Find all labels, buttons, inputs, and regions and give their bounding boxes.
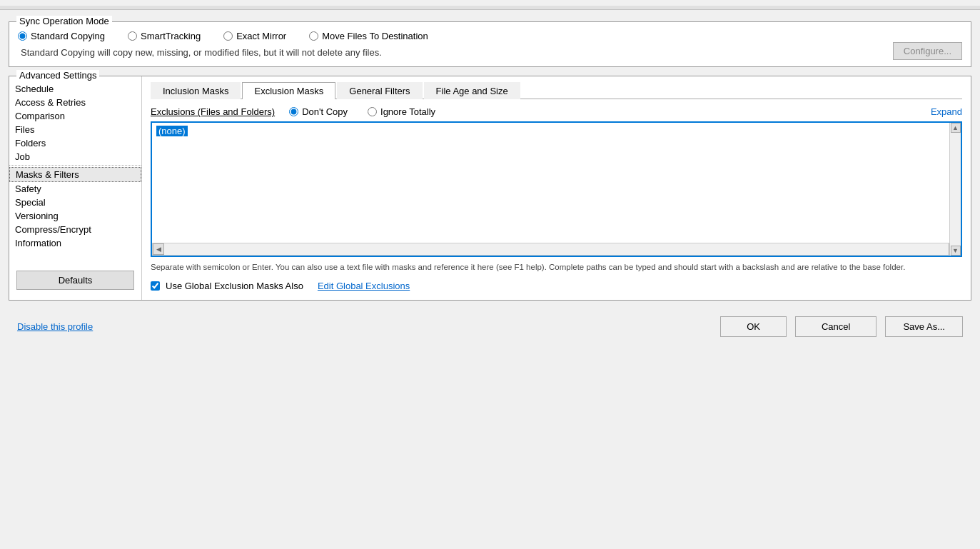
exclusions-hint: Separate with semicolon or Enter. You ca…	[151, 261, 962, 273]
exclusions-label: Exclusions (Files and Folders)	[151, 106, 275, 117]
sidebar-item-versioning[interactable]: Versioning	[9, 209, 141, 223]
hscroll-track	[164, 243, 949, 255]
advanced-settings-group: Advanced Settings Schedule Access & Retr…	[9, 76, 971, 301]
global-exclusions-row: Use Global Exclusion Masks Also Edit Glo…	[151, 281, 962, 291]
sidebar-item-compress-encrypt[interactable]: Compress/Encrypt	[9, 223, 141, 236]
sync-description: Standard Copying will copy new, missing,…	[21, 47, 962, 58]
cancel-button[interactable]: Cancel	[795, 316, 877, 337]
right-panel: Inclusion Masks Exclusion Masks General …	[142, 76, 971, 300]
sidebar-item-access-retries[interactable]: Access & Retries	[9, 96, 141, 109]
tab-exclusion-masks[interactable]: Exclusion Masks	[242, 82, 335, 99]
sync-mode-group: Sync Operation Mode Standard Copying Sma…	[9, 21, 971, 67]
use-global-label: Use Global Exclusion Masks Also	[166, 281, 303, 291]
tab-file-age-size[interactable]: File Age and Size	[424, 82, 520, 99]
option-move-files[interactable]: Move Files To Destination	[309, 31, 428, 41]
horizontal-scrollbar[interactable]: ◀ ▶	[152, 243, 961, 256]
tab-inclusion-masks[interactable]: Inclusion Masks	[151, 82, 241, 99]
bottom-bar: Disable this profile OK Cancel Save As..…	[9, 309, 971, 343]
expand-link[interactable]: Expand	[931, 106, 962, 117]
defaults-button[interactable]: Defaults	[16, 271, 134, 290]
tabs-row: Inclusion Masks Exclusion Masks General …	[151, 82, 962, 99]
scroll-left-arrow[interactable]: ◀	[153, 243, 164, 255]
use-global-checkbox[interactable]	[151, 281, 160, 291]
sidebar-item-special[interactable]: Special	[9, 196, 141, 209]
option-ignore-totally[interactable]: Ignore Totally	[368, 106, 435, 117]
advanced-settings-legend: Advanced Settings	[16, 70, 99, 81]
sync-mode-options-row: Standard Copying SmartTracking Exact Mir…	[18, 31, 962, 41]
save-as-button[interactable]: Save As...	[885, 316, 963, 337]
sidebar-item-folders[interactable]: Folders	[9, 136, 141, 150]
sidebar-item-information[interactable]: Information	[9, 236, 141, 250]
edit-global-link[interactable]: Edit Global Exclusions	[318, 281, 410, 291]
sync-mode-legend: Sync Operation Mode	[16, 16, 112, 26]
option-standard-copying[interactable]: Standard Copying	[18, 31, 105, 41]
configure-button[interactable]: Configure...	[893, 42, 962, 60]
advanced-sidebar: Schedule Access & Retries Comparison Fil…	[9, 76, 142, 300]
exclusion-radio-options: Don't Copy Ignore Totally Expand	[289, 106, 962, 117]
exclusions-textarea-wrapper: (none) ▲ ▼ ◀ ▶	[151, 121, 962, 257]
sidebar-item-masks-filters[interactable]: Masks & Filters	[9, 167, 141, 182]
bottom-buttons: OK Cancel Save As...	[720, 316, 963, 337]
sidebar-item-safety[interactable]: Safety	[9, 182, 141, 196]
exclusions-header: Exclusions (Files and Folders) Don't Cop…	[151, 106, 962, 117]
option-dont-copy[interactable]: Don't Copy	[289, 106, 348, 117]
ok-button[interactable]: OK	[720, 316, 787, 337]
sidebar-item-schedule[interactable]: Schedule	[9, 82, 141, 96]
sidebar-item-job[interactable]: Job	[9, 150, 141, 163]
exclusions-content[interactable]: (none)	[152, 123, 961, 243]
disable-profile-link[interactable]: Disable this profile	[17, 321, 93, 332]
sidebar-item-files[interactable]: Files	[9, 123, 141, 136]
scroll-up-arrow[interactable]: ▲	[951, 123, 961, 133]
tab-general-filters[interactable]: General Filters	[337, 82, 422, 99]
vertical-scrollbar[interactable]: ▲ ▼	[949, 123, 961, 243]
sidebar-item-comparison[interactable]: Comparison	[9, 109, 141, 123]
option-smart-tracking[interactable]: SmartTracking	[128, 31, 201, 41]
option-exact-mirror[interactable]: Exact Mirror	[223, 31, 286, 41]
